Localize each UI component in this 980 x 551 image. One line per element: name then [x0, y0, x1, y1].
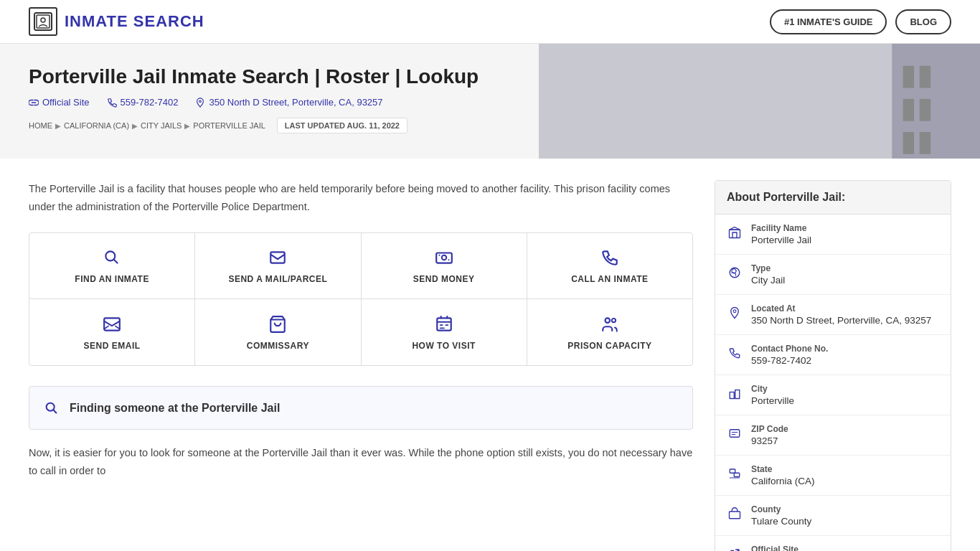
- call-inmate-label: CALL AN INMATE: [571, 274, 648, 284]
- sidebar-box: About Porterville Jail: Facility Name Po…: [715, 180, 951, 551]
- finding-search-icon: [44, 400, 60, 417]
- state-label: State: [751, 464, 815, 474]
- breadcrumb: HOME ▶ CALIFORNIA (CA) ▶ CITY JAILS ▶ PO…: [29, 118, 951, 133]
- county-icon: [727, 506, 743, 521]
- sidebar-county: County Tulare County: [715, 496, 951, 536]
- location-label: Located At: [751, 303, 931, 314]
- county-label: County: [751, 504, 811, 514]
- zip-value: 93257: [751, 435, 788, 446]
- action-row-1: FIND AN INMATE SEND A MAIL/PARCEL: [29, 233, 692, 299]
- svg-point-7: [441, 255, 446, 260]
- action-send-email[interactable]: SEND EMAIL: [29, 299, 195, 364]
- logo-area: INMATE SEARCH: [29, 7, 204, 36]
- sidebar-type: Type City Jail: [715, 255, 951, 295]
- cart-icon: [268, 314, 287, 333]
- svg-rect-18: [730, 430, 740, 438]
- state-value: California (CA): [751, 476, 815, 486]
- official-site-content: Official Site: [751, 545, 798, 551]
- type-value: City Jail: [751, 275, 785, 286]
- svg-point-11: [612, 319, 616, 322]
- state-content: State California (CA): [751, 464, 815, 486]
- phone-meta: 559-782-7402: [107, 97, 179, 108]
- sidebar-zip: ZIP Code 93257: [715, 415, 951, 456]
- svg-point-3: [199, 100, 202, 102]
- sidebar-official-site: Official Site: [715, 536, 951, 551]
- description-text: The Porterville Jail is a facility that …: [29, 180, 693, 215]
- type-label: Type: [751, 263, 785, 273]
- zip-icon: [727, 425, 743, 441]
- svg-point-10: [605, 318, 610, 323]
- svg-point-4: [105, 252, 115, 261]
- send-money-label: SEND MONEY: [413, 274, 475, 284]
- breadcrumb-sep-1: ▶: [55, 122, 61, 130]
- address-icon: [195, 98, 205, 108]
- action-how-to-visit[interactable]: HOW TO VISIT: [362, 299, 527, 364]
- guide-button[interactable]: #1 INMATE'S GUIDE: [770, 9, 887, 34]
- phone-number: 559-782-7402: [121, 97, 179, 108]
- how-to-visit-label: HOW TO VISIT: [412, 341, 475, 351]
- county-content: County Tulare County: [751, 504, 811, 527]
- action-grid: FIND AN INMATE SEND A MAIL/PARCEL: [29, 232, 693, 365]
- blog-button[interactable]: BLOG: [895, 9, 951, 34]
- header: INMATE SEARCH #1 INMATE'S GUIDE BLOG: [0, 0, 980, 44]
- svg-rect-6: [436, 253, 452, 263]
- contact-phone-icon: [727, 345, 743, 360]
- svg-rect-16: [730, 392, 734, 399]
- finding-title: Finding someone at the Porterville Jail: [70, 402, 280, 415]
- main-content: The Porterville Jail is a facility that …: [29, 180, 693, 480]
- svg-rect-19: [730, 469, 735, 473]
- finding-section: Finding someone at the Porterville Jail: [29, 386, 693, 430]
- svg-rect-20: [734, 474, 740, 477]
- facility-icon: [727, 225, 743, 240]
- zip-content: ZIP Code 93257: [751, 424, 788, 446]
- breadcrumb-home[interactable]: HOME: [29, 121, 52, 130]
- find-inmate-label: FIND AN INMATE: [75, 274, 149, 284]
- sidebar-title: About Porterville Jail:: [715, 181, 951, 215]
- action-commissary[interactable]: COMMISSARY: [195, 299, 361, 364]
- city-value: Porterville: [751, 395, 794, 406]
- phone-call-icon: [600, 248, 619, 267]
- action-prison-capacity[interactable]: PRISON CAPACITY: [527, 299, 692, 364]
- svg-point-15: [733, 310, 736, 313]
- action-call-inmate[interactable]: CALL AN INMATE: [527, 233, 692, 298]
- sidebar-state: State California (CA): [715, 456, 951, 496]
- action-find-inmate[interactable]: FIND AN INMATE: [29, 233, 195, 298]
- action-send-money[interactable]: SEND MONEY: [362, 233, 527, 298]
- email-icon: [103, 314, 121, 333]
- svg-rect-5: [271, 253, 286, 263]
- county-value: Tulare County: [751, 516, 811, 527]
- phone-icon: [107, 98, 117, 108]
- city-content: City Porterville: [751, 384, 794, 406]
- action-send-mail[interactable]: SEND A MAIL/PARCEL: [195, 233, 361, 298]
- facility-label: Facility Name: [751, 223, 811, 233]
- money-icon: [435, 248, 453, 267]
- facility-content: Facility Name Porterville Jail: [751, 223, 811, 245]
- type-content: Type City Jail: [751, 263, 785, 286]
- mail-icon: [268, 248, 287, 267]
- phone-content: Contact Phone No. 559-782-7402: [751, 344, 828, 366]
- send-email-label: SEND EMAIL: [84, 341, 141, 351]
- main-layout: The Porterville Jail is a facility that …: [0, 159, 980, 551]
- svg-point-12: [47, 403, 55, 411]
- svg-rect-8: [104, 318, 120, 330]
- prison-capacity-label: PRISON CAPACITY: [567, 341, 651, 351]
- location-content: Located At 350 North D Street, Portervil…: [751, 303, 931, 326]
- page-title: Porterville Jail Inmate Search | Roster …: [29, 65, 951, 88]
- sidebar-facility-name: Facility Name Porterville Jail: [715, 215, 951, 255]
- action-row-2: SEND EMAIL COMMISSARY: [29, 299, 692, 364]
- breadcrumb-category[interactable]: CITY JAILS: [141, 121, 182, 130]
- commissary-label: COMMISSARY: [247, 341, 309, 351]
- hero-section: Porterville Jail Inmate Search | Roster …: [0, 44, 980, 159]
- official-site-link[interactable]: Official Site: [29, 97, 90, 108]
- link-icon: [29, 98, 39, 108]
- type-icon: [727, 265, 743, 280]
- breadcrumb-state[interactable]: CALIFORNIA (CA): [64, 121, 129, 130]
- site-title: INMATE SEARCH: [65, 12, 204, 31]
- official-site-sidebar-label: Official Site: [751, 545, 798, 551]
- body-text: Now, it is easier for you to look for so…: [29, 444, 693, 479]
- breadcrumb-sep-3: ▶: [184, 122, 190, 130]
- header-buttons: #1 INMATE'S GUIDE BLOG: [770, 9, 951, 34]
- send-mail-label: SEND A MAIL/PARCEL: [228, 274, 327, 284]
- hero-meta: Official Site 559-782-7402 350 North D S…: [29, 97, 951, 108]
- official-site-icon: [727, 546, 743, 551]
